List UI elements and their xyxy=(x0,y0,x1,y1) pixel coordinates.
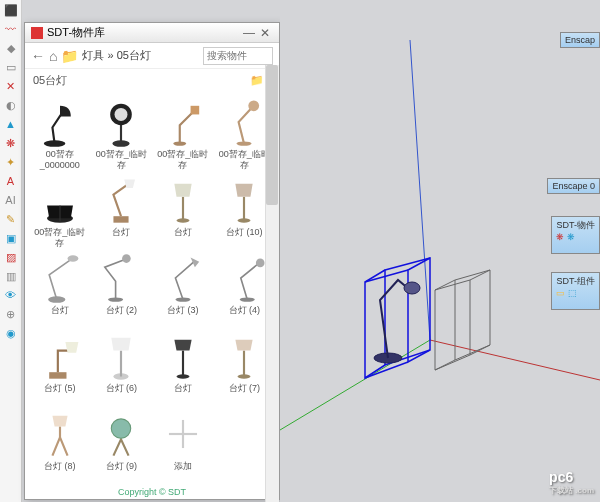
component-cell[interactable]: 台灯 (5) xyxy=(31,329,89,405)
svg-point-39 xyxy=(404,282,420,294)
side-tab[interactable]: SDT-组件▭ ⬚ xyxy=(551,272,600,310)
tool-icon[interactable]: ❋ xyxy=(3,135,19,151)
component-label: 00暂存_临时存 xyxy=(216,149,272,171)
component-library-panel: SDT-物件库 — ✕ ← ⌂ 📁 灯具 » 05台灯 05台灯 📁 + 00暂… xyxy=(24,22,280,500)
back-button[interactable]: ← xyxy=(31,48,45,64)
component-label: 台灯 (7) xyxy=(216,383,272,405)
component-label: 台灯 xyxy=(155,227,211,249)
search-input[interactable] xyxy=(203,47,273,65)
component-label: 添加 xyxy=(155,461,211,471)
component-thumbnail xyxy=(33,95,87,149)
component-cell[interactable]: 台灯 (3) xyxy=(154,251,212,327)
component-label: 00暂存_临时存 xyxy=(93,149,149,171)
tool-icon[interactable]: ◐ xyxy=(3,97,19,113)
component-cell[interactable]: 台灯 xyxy=(154,329,212,405)
nav-row: ← ⌂ 📁 灯具 » 05台灯 xyxy=(25,43,279,69)
component-cell[interactable]: 台灯 (2) xyxy=(93,251,151,327)
component-thumbnail xyxy=(33,329,87,383)
close-button[interactable]: ✕ xyxy=(257,26,273,40)
component-thumbnail xyxy=(156,95,210,149)
thumbnail-grid: 00暂存_000000000暂存_临时存00暂存_临时存00暂存_临时存00暂存… xyxy=(25,91,279,471)
category-label: 05台灯 xyxy=(33,73,67,88)
component-cell[interactable]: 添加 xyxy=(154,407,212,471)
tool-icon[interactable]: AI xyxy=(3,192,19,208)
component-cell[interactable]: 00暂存_临时存 xyxy=(93,95,151,171)
component-thumbnail xyxy=(94,95,148,149)
component-thumbnail xyxy=(94,173,148,227)
folder-icon[interactable]: 📁 xyxy=(61,48,78,64)
component-thumbnail xyxy=(94,407,148,461)
component-label: 台灯 (10) xyxy=(216,227,272,249)
tool-icon[interactable]: 〰 xyxy=(3,21,19,37)
svg-rect-6 xyxy=(190,106,199,115)
component-label: 台灯 (3) xyxy=(155,305,211,327)
tool-icon[interactable]: ✎ xyxy=(3,211,19,227)
component-thumbnail xyxy=(217,173,271,227)
component-thumbnail xyxy=(156,407,210,461)
component-cell[interactable]: 台灯 xyxy=(154,173,212,249)
svg-point-19 xyxy=(122,254,131,263)
component-label: 台灯 (4) xyxy=(216,305,272,327)
tool-icon[interactable]: ⬛ xyxy=(3,2,19,18)
component-thumbnail xyxy=(217,329,271,383)
tool-icon[interactable]: ▭ xyxy=(3,59,19,75)
component-label: 台灯 (8) xyxy=(32,461,88,471)
component-label: 00暂存_临时存 xyxy=(155,149,211,171)
component-label: 台灯 (6) xyxy=(93,383,149,405)
tool-icon[interactable]: ▨ xyxy=(3,249,19,265)
home-icon[interactable]: ⌂ xyxy=(49,48,57,64)
component-label: 台灯 (9) xyxy=(93,461,149,471)
component-cell[interactable]: 00暂存_临时存 xyxy=(31,173,89,249)
tool-icon[interactable]: A xyxy=(3,173,19,189)
component-label: 台灯 xyxy=(93,227,149,249)
component-cell[interactable]: 台灯 xyxy=(93,173,151,249)
component-thumbnail xyxy=(33,173,87,227)
main-toolbar-left: ⬛ 〰 ◆ ▭ ✕ ◐ ▲ ❋ ✦ A AI ✎ ▣ ▨ ▥ 👁 ⊕ ◉ xyxy=(0,0,22,502)
component-cell[interactable]: 台灯 (6) xyxy=(93,329,151,405)
component-thumbnail xyxy=(217,95,271,149)
watermark: pc6下载站 .com xyxy=(549,469,594,496)
breadcrumb: 灯具 » 05台灯 xyxy=(82,48,199,63)
component-thumbnail xyxy=(33,251,87,305)
app-icon xyxy=(31,27,43,39)
component-cell[interactable]: 00暂存_临时存 xyxy=(154,95,212,171)
component-cell[interactable]: 台灯 (9) xyxy=(93,407,151,471)
component-label: 台灯 xyxy=(32,305,88,327)
tool-icon[interactable]: ✕ xyxy=(3,78,19,94)
component-label: 00暂存_0000000 xyxy=(32,149,88,171)
side-tab[interactable]: SDT-物件❋ ❋ xyxy=(551,216,600,254)
component-thumbnail xyxy=(156,329,210,383)
tool-icon[interactable]: ▥ xyxy=(3,268,19,284)
minimize-button[interactable]: — xyxy=(241,26,257,40)
tool-icon[interactable]: ⊕ xyxy=(3,306,19,322)
category-row: 05台灯 📁 + xyxy=(25,69,279,91)
tool-icon[interactable]: ▲ xyxy=(3,116,19,132)
svg-point-31 xyxy=(112,419,131,438)
component-thumbnail xyxy=(94,251,148,305)
component-label: 00暂存_临时存 xyxy=(32,227,88,249)
component-thumbnail xyxy=(94,329,148,383)
panel-title: SDT-物件库 xyxy=(47,25,241,40)
svg-rect-23 xyxy=(49,372,66,378)
component-label: 台灯 xyxy=(155,383,211,405)
svg-rect-11 xyxy=(114,216,129,222)
tool-icon[interactable]: ✦ xyxy=(3,154,19,170)
panel-titlebar: SDT-物件库 — ✕ xyxy=(25,23,279,43)
component-cell[interactable]: 台灯 xyxy=(31,251,89,327)
tool-icon[interactable]: 👁 xyxy=(3,287,19,303)
component-cell[interactable]: 00暂存_0000000 xyxy=(31,95,89,171)
tool-icon[interactable]: ◉ xyxy=(3,325,19,341)
side-tab[interactable]: Enscape 0 xyxy=(547,178,600,194)
svg-point-4 xyxy=(115,108,128,121)
tool-icon[interactable]: ▣ xyxy=(3,230,19,246)
component-cell[interactable]: 台灯 (8) xyxy=(31,407,89,471)
component-label: 台灯 (5) xyxy=(32,383,88,405)
tool-icon[interactable]: ◆ xyxy=(3,40,19,56)
component-label: 台灯 (2) xyxy=(93,305,149,327)
copyright-text: Copyright © SDT xyxy=(25,487,279,497)
svg-point-22 xyxy=(256,259,265,268)
scrollbar[interactable] xyxy=(265,65,279,502)
component-thumbnail xyxy=(33,407,87,461)
component-thumbnail xyxy=(156,173,210,227)
side-tab[interactable]: Enscap xyxy=(560,32,600,48)
